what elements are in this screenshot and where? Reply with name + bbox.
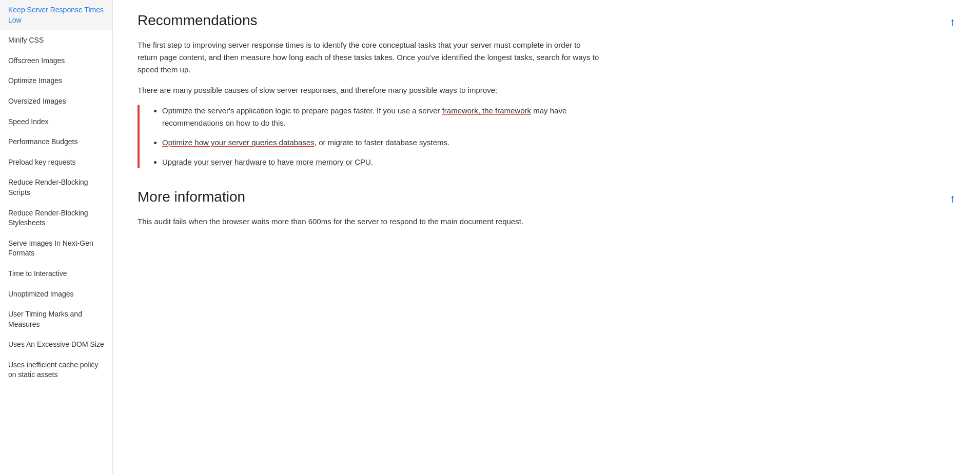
sidebar-item-inefficient-cache[interactable]: Uses inefficient cache policy on static … — [0, 355, 112, 385]
main-content: Recommendations ↑ The first step to impr… — [113, 0, 980, 474]
recommendations-paragraph-2: There are many possible causes of slow s… — [138, 84, 599, 96]
sidebar-item-reduce-render-blocking-stylesheets[interactable]: Reduce Render-Blocking Stylesheets — [0, 203, 112, 233]
list-item-1: Optimize the server's application logic … — [162, 105, 593, 129]
list-item-2-rest: , or migrate to faster database systems. — [315, 138, 449, 147]
red-bar-decoration — [138, 105, 140, 168]
sidebar-item-unoptimized-images[interactable]: Unoptimized Images — [0, 284, 112, 305]
list-item-1-underlined: framework, the framework — [442, 106, 531, 115]
sidebar-item-excessive-dom-size[interactable]: Uses An Excessive DOM Size — [0, 334, 112, 355]
more-info-paragraph: This audit fails when the browser waits … — [138, 215, 599, 228]
bullet-container: Optimize the server's application logic … — [138, 105, 955, 168]
sidebar-item-oversized-images[interactable]: Oversized Images — [0, 91, 112, 112]
more-info-section: More information ↑ This audit fails when… — [138, 189, 955, 228]
recommendations-title: Recommendations — [138, 12, 257, 29]
list-item-2-underlined: Optimize how your server queries databas… — [162, 138, 315, 147]
recommendations-header: Recommendations ↑ — [138, 12, 955, 29]
recommendations-section: Recommendations ↑ The first step to impr… — [138, 12, 955, 168]
sidebar: Keep Server Response Times LowMinify CSS… — [0, 0, 113, 474]
list-item-1-part1: Optimize the server's application logic … — [162, 106, 566, 127]
sidebar-item-time-to-interactive[interactable]: Time to Interactive — [0, 264, 112, 284]
more-info-header: More information ↑ — [138, 189, 955, 205]
sidebar-item-offscreen-images[interactable]: Offscreen Images — [0, 51, 112, 71]
list-item-3: Upgrade your server hardware to have mor… — [162, 156, 593, 168]
sidebar-item-user-timing-marks[interactable]: User Timing Marks and Measures — [0, 304, 112, 334]
recommendations-list: Optimize the server's application logic … — [152, 105, 593, 168]
sidebar-item-keep-server-response[interactable]: Keep Server Response Times Low — [0, 0, 112, 30]
sidebar-item-serve-images-next-gen[interactable]: Serve Images In Next-Gen Formats — [0, 233, 112, 264]
sidebar-item-minify-css[interactable]: Minify CSS — [0, 30, 112, 51]
sidebar-item-performance-budgets[interactable]: Performance Budgets — [0, 132, 112, 152]
more-info-up-arrow[interactable]: ↑ — [950, 192, 955, 205]
more-info-title: More information — [138, 189, 245, 205]
sidebar-item-optimize-images[interactable]: Optimize Images — [0, 71, 112, 91]
sidebar-item-reduce-render-blocking-scripts[interactable]: Reduce Render-Blocking Scripts — [0, 172, 112, 203]
recommendations-paragraph-1: The first step to improving server respo… — [138, 39, 599, 76]
sidebar-item-preload-key-requests[interactable]: Preload key requests — [0, 152, 112, 173]
sidebar-item-speed-index[interactable]: Speed Index — [0, 112, 112, 132]
recommendations-up-arrow[interactable]: ↑ — [950, 15, 955, 29]
list-item-2: Optimize how your server queries databas… — [162, 136, 593, 149]
list-item-3-underlined: Upgrade your server hardware to have mor… — [162, 157, 373, 166]
